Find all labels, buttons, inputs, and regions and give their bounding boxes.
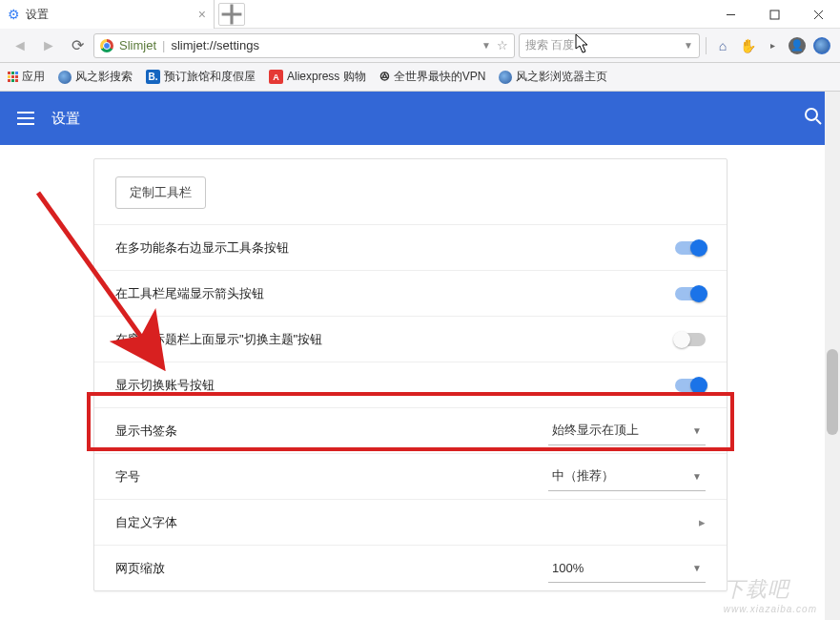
bookmark-label: 风之影浏览器主页 [516, 69, 607, 85]
globe-icon[interactable] [811, 35, 832, 56]
search-dropdown-icon[interactable]: ▼ [684, 40, 693, 51]
scrollbar-track[interactable] [825, 92, 840, 620]
bookmark-label: 全世界最快的VPN [394, 69, 486, 85]
gear-icon: ⚙ [8, 7, 20, 22]
globe-icon [58, 71, 72, 84]
bookmark-item[interactable]: 风之影搜索 [58, 69, 133, 85]
row-label: 显示书签条 [115, 423, 177, 440]
browser-toolbar: ◄ ► ⟳ Slimjet | slimjet://settings ▼ ☆ 搜… [0, 29, 840, 63]
separator: | [162, 38, 165, 52]
toggle-show-account-switch[interactable] [675, 379, 706, 392]
aliexpress-icon: A [269, 70, 283, 84]
customize-toolbar-button[interactable]: 定制工具栏 [115, 176, 206, 209]
select-page-zoom[interactable]: 100%▼ [548, 554, 706, 583]
row-label: 在多功能条右边显示工具条按钮 [115, 239, 289, 257]
window-controls [708, 0, 840, 29]
toggle-show-theme-switch[interactable] [675, 333, 706, 346]
search-icon[interactable] [804, 107, 823, 130]
row-label: 自定义字体 [115, 514, 177, 531]
row-label: 显示切换账号按钮 [115, 377, 215, 394]
settings-body: 定制工具栏 在多功能条右边显示工具条按钮 在工具栏尾端显示箭头按钮 在窗口标题栏… [0, 145, 825, 620]
booking-icon: B. [146, 70, 160, 84]
bookmark-star-icon[interactable]: ☆ [497, 38, 508, 52]
page-title: 设置 [51, 110, 80, 128]
select-value: 始终显示在顶上 [552, 422, 639, 439]
window-minimize-button[interactable] [708, 0, 752, 29]
search-box[interactable]: 搜索 百度 ▼ [519, 33, 700, 58]
bookmark-item[interactable]: ꔮ全世界最快的VPN [379, 69, 486, 85]
window-titlebar: ⚙ 设置 × [0, 0, 840, 29]
apps-icon [8, 72, 18, 82]
row-label: 在窗口标题栏上面显示"切换主题"按钮 [115, 331, 322, 348]
bookmark-item[interactable]: 风之影浏览器主页 [499, 69, 607, 85]
page-content: 设置 定制工具栏 在多功能条右边显示工具条按钮 在工具栏尾端显示箭头按钮 在窗口… [0, 92, 840, 620]
select-value: 100% [552, 561, 584, 575]
globe-icon [499, 71, 512, 84]
bookmark-label: 预订旅馆和度假屋 [164, 69, 256, 85]
home-icon[interactable]: ⌂ [712, 35, 733, 56]
row-show-account-switch: 显示切换账号按钮 [94, 362, 727, 407]
row-show-arrow-button: 在工具栏尾端显示箭头按钮 [94, 270, 727, 316]
bookmark-item[interactable]: B.预订旅馆和度假屋 [146, 69, 256, 85]
bookmark-bar: 应用 风之影搜索 B.预订旅馆和度假屋 AAliexpress 购物 ꔮ全世界最… [0, 63, 840, 92]
tab-close-icon[interactable]: × [198, 7, 206, 22]
row-label: 网页缩放 [115, 560, 165, 577]
svg-point-1 [806, 109, 817, 120]
hamburger-icon[interactable] [17, 112, 34, 125]
watermark: 下载吧 www.xiazaiba.com [724, 575, 817, 614]
new-tab-button[interactable] [218, 3, 245, 26]
vpn-icon: ꔮ [379, 69, 390, 85]
search-placeholder: 搜索 百度 [525, 37, 574, 53]
row-show-theme-switch: 在窗口标题栏上面显示"切换主题"按钮 [94, 316, 727, 362]
brand-label: Slimjet [119, 38, 156, 52]
nav-forward-button[interactable]: ► [36, 33, 61, 58]
toggle-show-arrow-button[interactable] [675, 287, 706, 300]
address-dropdown-icon[interactable]: ▼ [481, 40, 491, 51]
row-font-size: 字号 中（推荐）▼ [94, 453, 727, 499]
chevron-right-icon: ▸ [699, 515, 706, 529]
select-font-size[interactable]: 中（推荐）▼ [548, 463, 706, 491]
window-maximize-button[interactable] [752, 0, 796, 29]
nav-reload-button[interactable]: ⟳ [65, 33, 90, 58]
row-show-bookmark-bar: 显示书签条 始终显示在顶上▼ [94, 407, 727, 453]
site-icon [100, 39, 113, 52]
bookmark-apps[interactable]: 应用 [8, 69, 45, 85]
window-close-button[interactable] [796, 0, 840, 29]
url-text: slimjet://settings [171, 38, 476, 52]
row-show-toolbar-buttons: 在多功能条右边显示工具条按钮 [94, 224, 727, 270]
address-bar[interactable]: Slimjet | slimjet://settings ▼ ☆ [93, 33, 515, 58]
bookmark-label: Aliexpress 购物 [287, 69, 366, 85]
chevron-down-icon: ▼ [692, 425, 702, 436]
toggle-show-toolbar-buttons[interactable] [675, 241, 706, 255]
hand-icon[interactable]: ✋ [737, 35, 758, 56]
toolbar-separator [706, 37, 707, 54]
row-label: 在工具栏尾端显示箭头按钮 [115, 285, 264, 302]
watermark-text: 下载吧 [724, 577, 789, 601]
watermark-url: www.xiazaiba.com [724, 604, 817, 614]
chevron-down-icon: ▼ [692, 563, 702, 573]
select-bookmark-bar[interactable]: 始终显示在顶上▼ [548, 417, 706, 445]
row-label: 字号 [115, 468, 140, 486]
select-value: 中（推荐） [552, 467, 614, 485]
bookmark-label: 风之影搜索 [75, 69, 133, 85]
nav-back-button[interactable]: ◄ [8, 33, 32, 58]
chevron-down-icon: ▼ [692, 471, 702, 482]
menu-arrow-icon[interactable]: ▸ [762, 35, 783, 56]
browser-tab-settings[interactable]: ⚙ 设置 × [0, 0, 215, 29]
svg-rect-0 [770, 10, 779, 19]
settings-header: 设置 [0, 92, 840, 145]
bookmark-label: 应用 [22, 69, 45, 85]
settings-panel: 定制工具栏 在多功能条右边显示工具条按钮 在工具栏尾端显示箭头按钮 在窗口标题栏… [93, 158, 727, 591]
row-custom-fonts[interactable]: 自定义字体 ▸ [94, 499, 727, 545]
row-page-zoom: 网页缩放 100%▼ [94, 545, 727, 590]
tab-title: 设置 [26, 7, 49, 23]
bookmark-item[interactable]: AAliexpress 购物 [269, 69, 366, 85]
avatar-icon[interactable]: 👤 [787, 35, 808, 56]
scrollbar-thumb[interactable] [827, 349, 838, 435]
